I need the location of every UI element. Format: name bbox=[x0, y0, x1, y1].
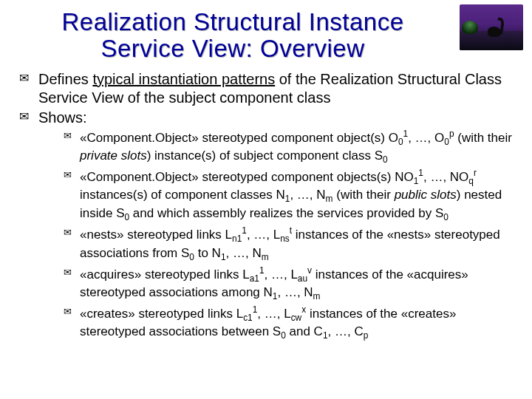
subscript: m bbox=[262, 252, 269, 262]
text: and C bbox=[286, 324, 323, 338]
sub-bullet-component-object-nested: «Component.Object» stereotyped component… bbox=[64, 168, 513, 224]
subscript: a1 bbox=[250, 273, 259, 284]
text: , …, N bbox=[290, 188, 325, 202]
sub-bullet-component-object-subject: «Component.Object» stereotyped component… bbox=[64, 129, 513, 166]
subscript: m bbox=[326, 194, 333, 205]
subscript: 1 bbox=[221, 252, 226, 262]
subscript: c1 bbox=[243, 313, 253, 323]
bullet-defines: Defines typical instantiation patterns o… bbox=[19, 70, 513, 107]
sub-bullet-creates-links: «creates» stereotyped links Lc11, …, Lcw… bbox=[64, 304, 513, 342]
text: Defines bbox=[38, 71, 92, 87]
sub-bullet-list: «Component.Object» stereotyped component… bbox=[38, 129, 513, 343]
text: , …, O bbox=[408, 130, 444, 144]
text: , …, C bbox=[328, 324, 364, 338]
superscript: p bbox=[449, 129, 454, 139]
subscript: 1 bbox=[323, 331, 328, 341]
superscript: 1 bbox=[242, 225, 247, 236]
superscript: 1 bbox=[418, 168, 423, 178]
text-italic: private slots bbox=[80, 149, 147, 163]
decorative-corner-image bbox=[460, 4, 523, 50]
text: (with their bbox=[333, 188, 395, 202]
text: «Component.Object» stereotyped component… bbox=[80, 170, 414, 184]
superscript: 1 bbox=[259, 265, 265, 276]
sub-bullet-nests-links: «nests» stereotyped links Ln11, …, Lnst … bbox=[64, 225, 513, 263]
bullet-list: Defines typical instantiation patterns o… bbox=[19, 70, 513, 343]
subscript: p bbox=[364, 331, 369, 341]
text: to N bbox=[194, 246, 221, 260]
subscript: cw bbox=[291, 313, 302, 323]
slide: Realization Structural Instance Service … bbox=[0, 0, 532, 399]
text: and which assembly realizes the services… bbox=[129, 206, 443, 220]
text: , …, L bbox=[265, 267, 298, 281]
text-underline: typical instantiation patterns bbox=[92, 71, 275, 87]
subscript: 0 bbox=[281, 331, 286, 341]
text: , …, NO bbox=[423, 170, 468, 184]
bullet-shows: Shows: «Component.Object» stereotyped co… bbox=[19, 109, 513, 343]
text: ) instance(s) of subject component class… bbox=[147, 149, 383, 163]
subscript: n1 bbox=[232, 233, 242, 244]
subscript: ns bbox=[280, 233, 290, 244]
text: (with their bbox=[454, 130, 512, 144]
text: «acquires» stereotyped links L bbox=[80, 267, 250, 281]
text: Shows: bbox=[38, 109, 87, 126]
subscript: 0 bbox=[383, 155, 388, 166]
subscript: q bbox=[468, 176, 474, 186]
subscript: m bbox=[313, 291, 321, 301]
subscript: 0 bbox=[443, 213, 449, 223]
slide-title: Realization Structural Instance Service … bbox=[19, 9, 513, 63]
subscript: 0 bbox=[444, 137, 449, 147]
text: , …, L bbox=[247, 228, 280, 242]
text: «creates» stereotyped links L bbox=[80, 307, 243, 321]
text: «nests» stereotyped links L bbox=[80, 228, 232, 242]
text: , …, L bbox=[257, 307, 290, 321]
text: «Component.Object» stereotyped component… bbox=[80, 130, 398, 144]
subscript: au bbox=[298, 273, 307, 284]
text: , …, N bbox=[277, 285, 313, 299]
text-italic: public slots bbox=[395, 188, 457, 202]
subscript: 0 bbox=[189, 252, 194, 262]
text: , …, N bbox=[226, 246, 262, 260]
subscript: 0 bbox=[398, 137, 403, 147]
sub-bullet-acquires-links: «acquires» stereotyped links La11, …, La… bbox=[64, 265, 513, 303]
text: instances(s) of component classes N bbox=[80, 188, 285, 202]
superscript: r bbox=[474, 168, 477, 178]
